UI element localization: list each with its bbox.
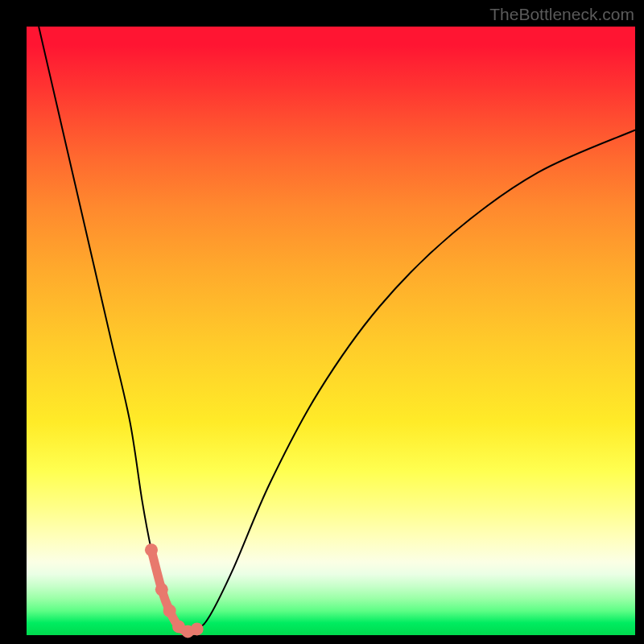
attribution-text: TheBottleneck.com — [489, 5, 634, 24]
svg-point-0 — [145, 543, 158, 556]
bottleneck-curve — [39, 27, 635, 632]
chart-frame: TheBottleneck.com — [0, 0, 644, 644]
chart-svg — [27, 27, 635, 635]
plot-area — [27, 27, 635, 635]
svg-point-2 — [163, 605, 176, 617]
highlight-markers — [145, 543, 204, 638]
svg-point-5 — [191, 622, 204, 635]
svg-point-1 — [155, 583, 168, 596]
